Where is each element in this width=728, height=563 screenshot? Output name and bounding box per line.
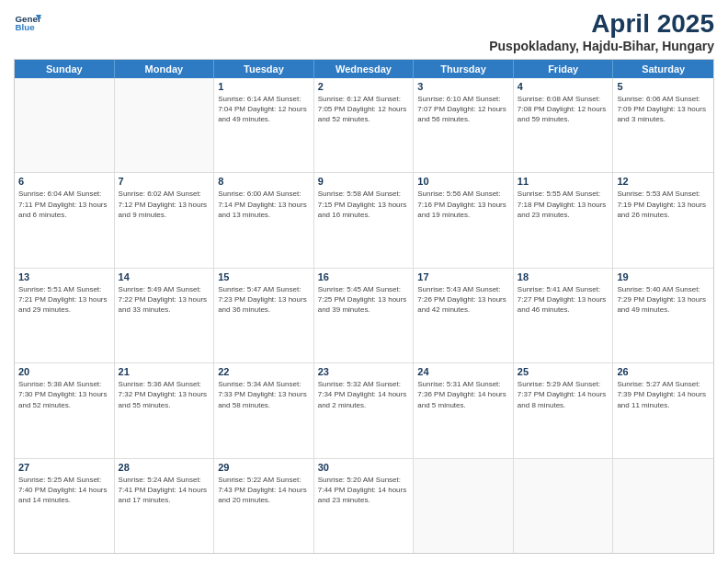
cell-30: 29Sunrise: 5:22 AM Sunset: 7:43 PM Dayli… [214,459,314,553]
cell-day: 22 [218,366,310,377]
cell-info: Sunrise: 5:24 AM Sunset: 7:41 PM Dayligh… [119,475,210,506]
cell-day: 16 [318,271,410,282]
cell-25: 24Sunrise: 5:31 AM Sunset: 7:36 PM Dayli… [414,363,514,457]
cell-info: Sunrise: 5:45 AM Sunset: 7:25 PM Dayligh… [318,284,410,316]
cell-info: Sunrise: 5:34 AM Sunset: 7:33 PM Dayligh… [218,379,310,410]
cell-day: 6 [18,176,110,187]
cell-16: 15Sunrise: 5:47 AM Sunset: 7:23 PM Dayli… [214,269,314,362]
cell-0 [15,78,115,172]
cell-22: 21Sunrise: 5:36 AM Sunset: 7:32 PM Dayli… [115,363,215,457]
cell-day: 1 [218,81,310,92]
calendar-row-4: 27Sunrise: 5:25 AM Sunset: 7:40 PM Dayli… [15,459,713,553]
cell-info: Sunrise: 6:12 AM Sunset: 7:05 PM Dayligh… [318,94,410,125]
cell-info: Sunrise: 5:56 AM Sunset: 7:16 PM Dayligh… [417,189,509,220]
cell-info: Sunrise: 6:08 AM Sunset: 7:08 PM Dayligh… [518,94,609,125]
cell-info: Sunrise: 6:02 AM Sunset: 7:12 PM Dayligh… [119,189,210,220]
cell-info: Sunrise: 5:25 AM Sunset: 7:40 PM Dayligh… [18,475,110,506]
cell-10: 9Sunrise: 5:58 AM Sunset: 7:15 PM Daylig… [314,173,415,267]
cell-day: 19 [617,271,710,282]
cell-info: Sunrise: 5:20 AM Sunset: 7:44 PM Dayligh… [318,475,410,506]
cell-info: Sunrise: 6:04 AM Sunset: 7:11 PM Dayligh… [18,189,110,220]
cell-19: 18Sunrise: 5:41 AM Sunset: 7:27 PM Dayli… [514,269,614,362]
logo-icon: General Blue [14,9,41,37]
cell-info: Sunrise: 5:36 AM Sunset: 7:32 PM Dayligh… [119,379,210,410]
cell-15: 14Sunrise: 5:49 AM Sunset: 7:22 PM Dayli… [115,269,215,362]
page-header: General Blue April 2025 Puspokladany, Ha… [14,9,714,53]
cell-info: Sunrise: 6:14 AM Sunset: 7:04 PM Dayligh… [218,94,310,125]
cell-info: Sunrise: 5:22 AM Sunset: 7:43 PM Dayligh… [218,475,310,506]
cell-day: 3 [417,81,509,92]
cell-5: 4Sunrise: 6:08 AM Sunset: 7:08 PM Daylig… [514,78,614,172]
cell-day: 5 [617,81,710,92]
cell-info: Sunrise: 5:40 AM Sunset: 7:29 PM Dayligh… [617,284,710,316]
cell-9: 8Sunrise: 6:00 AM Sunset: 7:14 PM Daylig… [214,173,314,267]
cell-info: Sunrise: 5:43 AM Sunset: 7:26 PM Dayligh… [417,284,509,316]
cell-6: 5Sunrise: 6:06 AM Sunset: 7:09 PM Daylig… [613,78,713,172]
cell-day: 21 [119,366,210,377]
cell-info: Sunrise: 5:51 AM Sunset: 7:21 PM Dayligh… [18,284,110,316]
cell-day: 24 [417,366,509,377]
cell-info: Sunrise: 5:38 AM Sunset: 7:30 PM Dayligh… [18,379,110,410]
calendar-row-2: 13Sunrise: 5:51 AM Sunset: 7:21 PM Dayli… [15,269,713,363]
cell-29: 28Sunrise: 5:24 AM Sunset: 7:41 PM Dayli… [115,459,215,553]
cell-day: 20 [18,366,110,377]
cell-31: 30Sunrise: 5:20 AM Sunset: 7:44 PM Dayli… [314,459,415,553]
cell-info: Sunrise: 5:58 AM Sunset: 7:15 PM Dayligh… [318,189,410,220]
col-header-friday: Friday [514,60,614,78]
cell-day: 8 [218,176,310,187]
cell-day: 23 [318,366,410,377]
col-header-saturday: Saturday [613,60,713,78]
cell-28: 27Sunrise: 5:25 AM Sunset: 7:40 PM Dayli… [15,459,115,553]
calendar-row-1: 6Sunrise: 6:04 AM Sunset: 7:11 PM Daylig… [15,173,713,268]
cell-day: 7 [119,176,210,187]
cell-8: 7Sunrise: 6:02 AM Sunset: 7:12 PM Daylig… [115,173,215,267]
cell-7: 6Sunrise: 6:04 AM Sunset: 7:11 PM Daylig… [15,173,115,267]
col-header-monday: Monday [115,60,215,78]
cell-day: 17 [417,271,509,282]
cell-17: 16Sunrise: 5:45 AM Sunset: 7:25 PM Dayli… [314,269,415,362]
cell-day: 28 [119,462,210,473]
cell-info: Sunrise: 5:29 AM Sunset: 7:37 PM Dayligh… [518,379,609,410]
col-header-tuesday: Tuesday [214,60,314,78]
cell-info: Sunrise: 5:31 AM Sunset: 7:36 PM Dayligh… [417,379,509,410]
cell-info: Sunrise: 5:53 AM Sunset: 7:19 PM Dayligh… [617,189,710,220]
cell-2: 1Sunrise: 6:14 AM Sunset: 7:04 PM Daylig… [214,78,314,172]
col-header-sunday: Sunday [15,60,115,78]
cell-32 [414,459,514,553]
subtitle: Puspokladany, Hajdu-Bihar, Hungary [489,39,714,53]
calendar-header: SundayMondayTuesdayWednesdayThursdayFrid… [15,60,713,78]
cell-day: 12 [617,176,710,187]
cell-info: Sunrise: 5:47 AM Sunset: 7:23 PM Dayligh… [218,284,310,316]
cell-info: Sunrise: 6:10 AM Sunset: 7:07 PM Dayligh… [417,94,509,125]
cell-info: Sunrise: 5:55 AM Sunset: 7:18 PM Dayligh… [518,189,609,220]
cell-day: 30 [318,462,410,473]
cell-day: 27 [18,462,110,473]
cell-day: 11 [518,176,609,187]
cell-day: 18 [518,271,609,282]
cell-day: 26 [617,366,710,377]
cell-13: 12Sunrise: 5:53 AM Sunset: 7:19 PM Dayli… [613,173,713,267]
cell-4: 3Sunrise: 6:10 AM Sunset: 7:07 PM Daylig… [414,78,514,172]
cell-12: 11Sunrise: 5:55 AM Sunset: 7:18 PM Dayli… [514,173,614,267]
cell-info: Sunrise: 6:00 AM Sunset: 7:14 PM Dayligh… [218,189,310,220]
cell-day: 29 [218,462,310,473]
cell-23: 22Sunrise: 5:34 AM Sunset: 7:33 PM Dayli… [214,363,314,457]
cell-info: Sunrise: 6:06 AM Sunset: 7:09 PM Dayligh… [617,94,710,125]
calendar-page: General Blue April 2025 Puspokladany, Ha… [0,0,728,563]
title-block: April 2025 Puspokladany, Hajdu-Bihar, Hu… [489,9,714,53]
cell-info: Sunrise: 5:41 AM Sunset: 7:27 PM Dayligh… [518,284,609,316]
col-header-wednesday: Wednesday [314,60,415,78]
calendar-row-3: 20Sunrise: 5:38 AM Sunset: 7:30 PM Dayli… [15,363,713,458]
cell-33 [514,459,614,553]
cell-day: 25 [518,366,609,377]
logo: General Blue [14,9,41,37]
calendar-row-0: 1Sunrise: 6:14 AM Sunset: 7:04 PM Daylig… [15,78,713,173]
main-title: April 2025 [489,9,714,39]
cell-day: 9 [318,176,410,187]
svg-text:Blue: Blue [16,22,36,32]
cell-1 [115,78,215,172]
calendar-body: 1Sunrise: 6:14 AM Sunset: 7:04 PM Daylig… [15,78,713,553]
cell-11: 10Sunrise: 5:56 AM Sunset: 7:16 PM Dayli… [414,173,514,267]
calendar: SundayMondayTuesdayWednesdayThursdayFrid… [14,59,714,554]
cell-20: 19Sunrise: 5:40 AM Sunset: 7:29 PM Dayli… [613,269,713,362]
